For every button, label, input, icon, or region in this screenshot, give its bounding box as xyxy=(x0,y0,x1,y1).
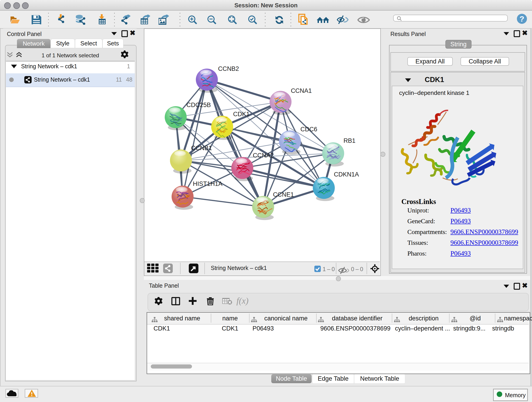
svg-text:CCNE1: CCNE1 xyxy=(273,191,294,198)
svg-text:CDC25B: CDC25B xyxy=(186,102,211,108)
svg-text:CDK1: CDK1 xyxy=(233,111,250,118)
svg-text:CCNB1: CCNB1 xyxy=(191,145,212,152)
svg-text:CDC6: CDC6 xyxy=(300,126,317,133)
svg-text:RB1: RB1 xyxy=(343,137,355,144)
svg-text:CCNB2: CCNB2 xyxy=(218,65,239,72)
svg-text:CCNA1: CCNA1 xyxy=(291,87,312,94)
svg-text:CCNA2: CCNA2 xyxy=(253,152,274,159)
svg-text:HIST1H1A: HIST1H1A xyxy=(193,180,222,187)
svg-text:?: ? xyxy=(520,14,525,23)
svg-text:CDKN1A: CDKN1A xyxy=(334,171,359,178)
